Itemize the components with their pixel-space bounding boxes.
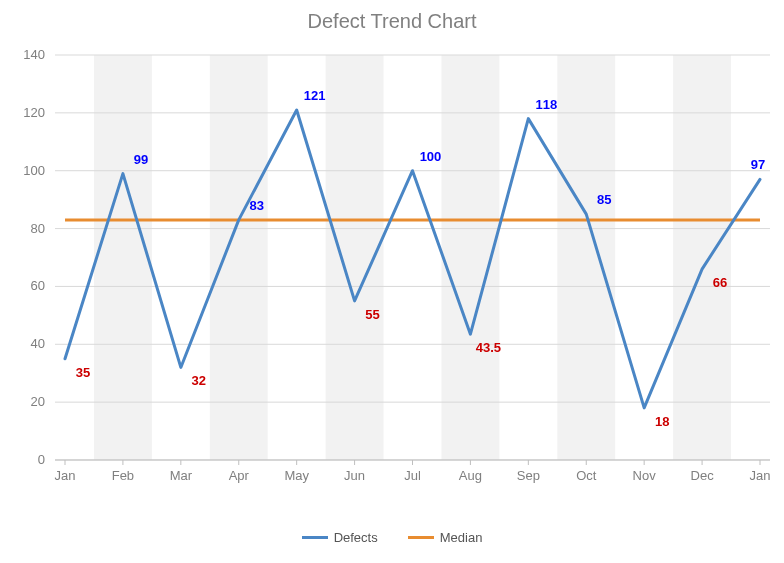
- svg-text:Jul: Jul: [404, 468, 421, 483]
- svg-text:97: 97: [751, 157, 765, 172]
- svg-text:Sep: Sep: [517, 468, 540, 483]
- chart-container: Defect Trend Chart 020406080100120140Jan…: [0, 0, 784, 563]
- legend-swatch-median: [408, 536, 434, 539]
- svg-text:Jun: Jun: [344, 468, 365, 483]
- legend-label-defects: Defects: [334, 530, 378, 545]
- svg-text:Nov: Nov: [633, 468, 657, 483]
- svg-text:Oct: Oct: [576, 468, 597, 483]
- legend-item-defects: Defects: [302, 530, 378, 545]
- svg-text:0: 0: [38, 452, 45, 467]
- svg-text:18: 18: [655, 414, 669, 429]
- svg-rect-0: [94, 55, 152, 460]
- svg-text:66: 66: [713, 275, 727, 290]
- svg-text:Aug: Aug: [459, 468, 482, 483]
- svg-text:83: 83: [250, 198, 264, 213]
- svg-text:Mar: Mar: [170, 468, 193, 483]
- svg-text:100: 100: [420, 149, 442, 164]
- svg-text:20: 20: [31, 394, 45, 409]
- svg-text:121: 121: [304, 88, 326, 103]
- svg-text:32: 32: [192, 373, 206, 388]
- legend: Defects Median: [0, 530, 784, 545]
- legend-label-median: Median: [440, 530, 483, 545]
- svg-text:Jan: Jan: [55, 468, 76, 483]
- svg-text:43.5: 43.5: [476, 340, 501, 355]
- svg-text:35: 35: [76, 365, 90, 380]
- svg-text:118: 118: [535, 97, 557, 112]
- svg-rect-1: [210, 55, 268, 460]
- legend-swatch-defects: [302, 536, 328, 539]
- svg-text:Jan: Jan: [750, 468, 771, 483]
- svg-text:40: 40: [31, 336, 45, 351]
- svg-rect-5: [673, 55, 731, 460]
- svg-text:Feb: Feb: [112, 468, 134, 483]
- svg-text:Apr: Apr: [229, 468, 250, 483]
- svg-text:120: 120: [23, 105, 45, 120]
- svg-text:May: May: [284, 468, 309, 483]
- svg-text:60: 60: [31, 278, 45, 293]
- svg-text:80: 80: [31, 221, 45, 236]
- svg-text:Dec: Dec: [691, 468, 715, 483]
- svg-text:85: 85: [597, 192, 611, 207]
- svg-text:99: 99: [134, 152, 148, 167]
- svg-rect-4: [557, 55, 615, 460]
- svg-text:55: 55: [365, 307, 379, 322]
- svg-text:140: 140: [23, 47, 45, 62]
- legend-item-median: Median: [408, 530, 483, 545]
- chart-plot: 020406080100120140JanFebMarAprMayJunJulA…: [0, 0, 784, 563]
- svg-text:100: 100: [23, 163, 45, 178]
